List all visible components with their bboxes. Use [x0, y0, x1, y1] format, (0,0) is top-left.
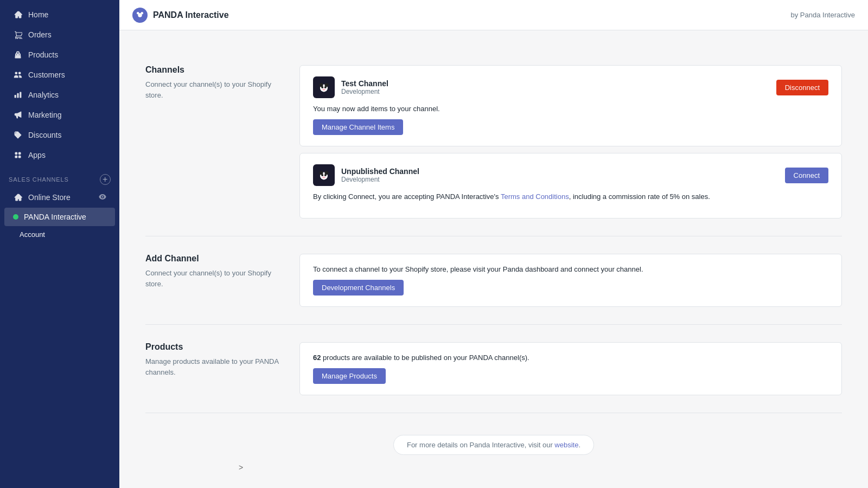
products-count-body: 62 products are available to be publishe…: [313, 354, 828, 362]
add-channel-section: Add Channel Connect your channel(s) to y…: [145, 236, 842, 325]
sidebar-item-products-label: Products: [28, 50, 58, 59]
connect-button[interactable]: Connect: [785, 168, 828, 183]
add-channel-card: To connect a channel to your Shopify sto…: [299, 254, 842, 307]
sidebar-item-marketing-label: Marketing: [28, 111, 61, 119]
products-count-number: 62: [313, 354, 321, 362]
sidebar-item-products[interactable]: Products: [4, 45, 115, 65]
test-channel-sub: Development: [341, 88, 388, 95]
sidebar-item-discounts-label: Discounts: [28, 131, 61, 139]
add-channel-description: Connect your channel(s) to your Shopify …: [145, 268, 286, 289]
test-channel-card: Test Channel Development Disconnect You …: [299, 65, 842, 146]
manage-products-button[interactable]: Manage Products: [313, 368, 386, 384]
panda-logo: [132, 8, 148, 23]
unpublished-channel-avatar: [313, 164, 335, 186]
svg-point-16: [322, 176, 326, 178]
products-section-left: Products Manage products available to yo…: [145, 342, 286, 395]
unpublished-channel-header-left: Unpublished Channel Development: [313, 164, 419, 186]
apps-icon: [13, 150, 23, 160]
test-channel-card-header: Test Channel Development Disconnect: [313, 76, 828, 98]
unpublished-channel-sub: Development: [341, 176, 419, 183]
disconnect-button[interactable]: Disconnect: [776, 80, 828, 95]
unpublished-channel-name: Unpublished Channel: [341, 167, 419, 176]
store-icon: [13, 192, 23, 202]
website-link[interactable]: website: [554, 441, 578, 449]
sidebar-item-analytics-label: Analytics: [28, 91, 59, 99]
orders-icon: [13, 30, 23, 40]
sidebar-item-online-store-label: Online Store: [28, 193, 71, 202]
unpublished-channel-body: By clicking Connect, you are accepting P…: [313, 192, 828, 201]
sidebar-item-account[interactable]: Account: [4, 227, 115, 242]
svg-point-8: [324, 86, 327, 88]
svg-point-7: [321, 86, 323, 88]
sidebar-item-home-label: Home: [28, 10, 48, 19]
panda-active-dot: [13, 214, 18, 220]
eye-icon[interactable]: [99, 193, 106, 202]
channels-description: Connect your channel(s) to your Shopify …: [145, 79, 286, 100]
svg-point-14: [321, 174, 323, 176]
add-channel-section-left: Add Channel Connect your channel(s) to y…: [145, 254, 286, 307]
sidebar-toggle-chevron[interactable]: >: [239, 463, 243, 472]
sidebar-item-orders-label: Orders: [28, 30, 52, 39]
topbar: PANDA Interactive by Panda Interactive: [119, 0, 868, 30]
content-area: Channels Connect your channel(s) to your…: [119, 30, 868, 488]
footer-note: For more details on Panda Interactive, v…: [393, 435, 594, 455]
channels-section-left: Channels Connect your channel(s) to your…: [145, 65, 286, 219]
test-channel-name: Test Channel: [341, 79, 388, 88]
sidebar-item-customers[interactable]: Customers: [4, 65, 115, 85]
test-channel-avatar: [313, 76, 335, 98]
manage-channel-items-button[interactable]: Manage Channel Items: [313, 119, 403, 135]
unpublished-channel-card-header: Unpublished Channel Development Connect: [313, 164, 828, 186]
channels-title: Channels: [145, 65, 286, 75]
svg-point-9: [322, 88, 326, 91]
terms-conditions-link[interactable]: Terms and Conditions: [501, 192, 569, 201]
sidebar-item-apps[interactable]: Apps: [4, 145, 115, 165]
sidebar-item-orders[interactable]: Orders: [4, 25, 115, 44]
channels-cards: Test Channel Development Disconnect You …: [299, 65, 842, 219]
sidebar-item-apps-label: Apps: [28, 151, 46, 159]
discounts-icon: [13, 130, 23, 140]
sidebar-item-customers-label: Customers: [28, 70, 65, 79]
topbar-byline: by Panda Interactive: [790, 11, 855, 19]
sales-channels-label: SALES CHANNELS +: [0, 165, 119, 187]
marketing-icon: [13, 110, 23, 120]
products-section-right: 62 products are available to be publishe…: [299, 342, 842, 395]
sidebar-item-account-label: Account: [20, 230, 45, 239]
products-card: 62 products are available to be publishe…: [299, 342, 842, 395]
test-channel-body: You may now add items to your channel.: [313, 105, 828, 113]
sidebar: Home Orders Products Customers Analytics: [0, 0, 119, 488]
sidebar-item-panda-interactive[interactable]: PANDA Interactive: [4, 208, 115, 226]
sidebar-item-panda-label: PANDA Interactive: [24, 213, 86, 221]
customers-icon: [13, 70, 23, 80]
svg-point-1: [137, 12, 139, 15]
sidebar-item-marketing[interactable]: Marketing: [4, 105, 115, 125]
sidebar-item-discounts[interactable]: Discounts: [4, 125, 115, 145]
svg-point-15: [324, 174, 327, 176]
products-section-description: Manage products available to your PANDA …: [145, 356, 286, 377]
add-channel-title: Add Channel: [145, 254, 286, 264]
sidebar-item-online-store[interactable]: Online Store: [4, 188, 115, 207]
home-icon: [13, 10, 23, 20]
main-area: PANDA Interactive by Panda Interactive C…: [119, 0, 868, 488]
add-channel-button[interactable]: +: [100, 174, 111, 185]
test-channel-header-left: Test Channel Development: [313, 76, 388, 98]
topbar-left: PANDA Interactive: [132, 8, 229, 23]
topbar-title: PANDA Interactive: [153, 10, 229, 20]
footer-wrap: For more details on Panda Interactive, v…: [145, 413, 842, 464]
development-channels-button[interactable]: Development Channels: [313, 280, 404, 296]
add-channel-right: To connect a channel to your Shopify sto…: [299, 254, 842, 307]
sidebar-item-home[interactable]: Home: [4, 5, 115, 24]
channels-section: Channels Connect your channel(s) to your…: [145, 48, 842, 236]
products-icon: [13, 50, 23, 60]
products-section: Products Manage products available to yo…: [145, 325, 842, 413]
products-section-title: Products: [145, 342, 286, 352]
unpublished-channel-card: Unpublished Channel Development Connect …: [299, 153, 842, 219]
sidebar-item-analytics[interactable]: Analytics: [4, 85, 115, 105]
svg-point-2: [141, 12, 144, 15]
add-channel-card-body: To connect a channel to your Shopify sto…: [313, 265, 828, 273]
analytics-icon: [13, 90, 23, 100]
